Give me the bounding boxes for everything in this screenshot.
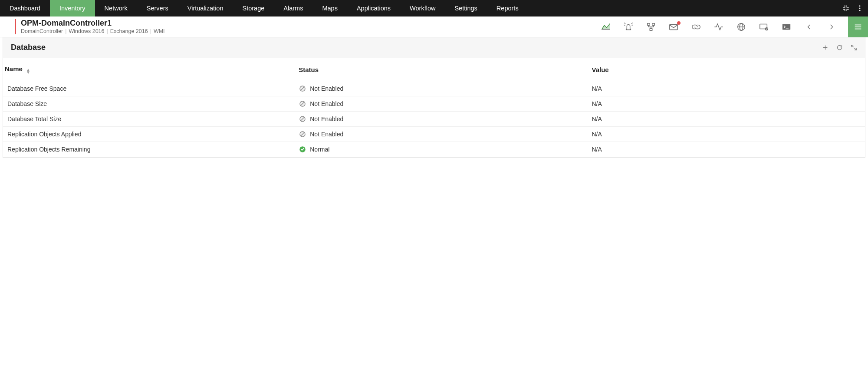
expand-icon[interactable] — [851, 44, 857, 51]
svg-point-1 — [859, 8, 861, 9]
status-label: Normal — [310, 146, 329, 153]
next-icon[interactable] — [825, 23, 838, 30]
status-label: Not Enabled — [310, 100, 343, 107]
link-icon[interactable] — [690, 22, 702, 32]
alert-icon[interactable] — [622, 22, 635, 32]
cell-name: Database Total Size — [3, 112, 296, 127]
device-sub-part: Windows 2016 — [69, 28, 105, 34]
cell-name: Database Free Space — [3, 81, 296, 96]
nav-right — [838, 0, 868, 16]
svg-rect-12 — [670, 24, 677, 30]
refresh-icon[interactable] — [836, 44, 843, 51]
chart-icon[interactable] — [600, 22, 612, 32]
separator: | — [63, 28, 69, 34]
mail-badge-dot — [677, 21, 681, 25]
table-row[interactable]: Replication Objects AppliedNot EnabledN/… — [3, 127, 865, 142]
prev-icon[interactable] — [803, 23, 815, 30]
database-table: Name ▲▼ Status Value Database Free Space… — [3, 58, 865, 158]
device-title: OPM-DomainController1 — [21, 19, 600, 28]
svg-line-8 — [632, 25, 633, 25]
separator: | — [105, 28, 110, 34]
column-header-status[interactable]: Status — [296, 58, 589, 81]
nav-tab-inventory[interactable]: Inventory — [50, 0, 95, 16]
cell-status: Not Enabled — [296, 96, 589, 112]
nav-tab-applications[interactable]: Applications — [347, 0, 400, 16]
globe-icon[interactable] — [735, 22, 747, 32]
table-body: Database Free SpaceNot EnabledN/ADatabas… — [3, 81, 865, 157]
activity-icon[interactable] — [713, 22, 725, 32]
add-icon[interactable] — [822, 44, 829, 51]
sort-icon: ▲▼ — [26, 69, 30, 74]
terminal-icon[interactable] — [780, 22, 792, 32]
table-header-row: Name ▲▼ Status Value — [3, 58, 865, 81]
topology-icon[interactable] — [645, 22, 657, 32]
cell-value: N/A — [589, 112, 865, 127]
cell-name: Replication Objects Remaining — [3, 142, 296, 157]
device-header: OPM-DomainController1 DomainController|W… — [0, 16, 868, 37]
status-label: Not Enabled — [310, 85, 343, 92]
cell-name: Replication Objects Applied — [3, 127, 296, 142]
cell-status: Not Enabled — [296, 81, 589, 96]
cell-status: Not Enabled — [296, 127, 589, 142]
nav-tab-virtualization[interactable]: Virtualization — [178, 0, 233, 16]
cell-status: Normal — [296, 142, 589, 157]
device-sub-part: DomainController — [21, 28, 63, 34]
table-row[interactable]: Database SizeNot EnabledN/A — [3, 96, 865, 112]
table-row[interactable]: Replication Objects RemainingNormalN/A — [3, 142, 865, 157]
top-nav: DashboardInventoryNetworkServersVirtuali… — [0, 0, 868, 16]
column-header-name-label: Name — [5, 65, 23, 73]
nav-tab-maps[interactable]: Maps — [312, 0, 347, 16]
collapse-arrows-icon[interactable] — [842, 4, 850, 12]
cell-value: N/A — [589, 127, 865, 142]
svg-rect-18 — [783, 24, 790, 30]
not-enabled-icon — [299, 85, 306, 92]
svg-point-2 — [859, 10, 861, 11]
cell-value: N/A — [589, 81, 865, 96]
svg-line-6 — [631, 23, 632, 23]
not-enabled-icon — [299, 100, 306, 108]
nav-tab-workflow[interactable]: Workflow — [400, 0, 445, 16]
not-enabled-icon — [299, 130, 306, 138]
nav-tab-network[interactable]: Network — [95, 0, 137, 16]
table-row[interactable]: Database Free SpaceNot EnabledN/A — [3, 81, 865, 96]
column-header-name[interactable]: Name ▲▼ — [3, 58, 296, 81]
monitor-gear-icon[interactable] — [758, 22, 770, 32]
nav-tabs: DashboardInventoryNetworkServersVirtuali… — [0, 0, 838, 16]
nav-tab-reports[interactable]: Reports — [487, 0, 528, 16]
svg-line-26 — [855, 48, 856, 50]
cell-value: N/A — [589, 142, 865, 157]
device-toolbar — [600, 16, 868, 37]
column-header-value-label: Value — [592, 66, 608, 73]
svg-point-0 — [859, 5, 861, 7]
device-info: OPM-DomainController1 DomainController|W… — [0, 16, 600, 37]
device-sub-part: WMI — [154, 28, 165, 34]
panel-title: Database — [11, 43, 46, 52]
nav-tab-dashboard[interactable]: Dashboard — [0, 0, 50, 16]
svg-line-7 — [624, 25, 625, 25]
device-subtitle: DomainController|Windows 2016|Exchange 2… — [21, 28, 600, 34]
nav-tab-storage[interactable]: Storage — [233, 0, 274, 16]
column-header-value[interactable]: Value — [589, 58, 865, 81]
kebab-menu-icon[interactable] — [856, 4, 864, 12]
status-label: Not Enabled — [310, 115, 343, 122]
cell-name: Database Size — [3, 96, 296, 112]
cell-status: Not Enabled — [296, 112, 589, 127]
separator: | — [148, 28, 154, 34]
nav-tab-settings[interactable]: Settings — [445, 0, 487, 16]
nav-tab-alarms[interactable]: Alarms — [274, 0, 312, 16]
column-header-status-label: Status — [299, 66, 319, 73]
normal-icon — [299, 145, 306, 153]
hamburger-menu-icon[interactable] — [848, 16, 868, 37]
cell-value: N/A — [589, 96, 865, 112]
not-enabled-icon — [299, 115, 306, 123]
svg-line-25 — [852, 45, 853, 47]
status-label: Not Enabled — [310, 131, 343, 138]
mail-icon[interactable] — [667, 22, 680, 32]
table-row[interactable]: Database Total SizeNot EnabledN/A — [3, 112, 865, 127]
svg-line-5 — [625, 23, 625, 23]
device-sub-part: Exchange 2016 — [110, 28, 148, 34]
panel-tools — [822, 44, 857, 51]
nav-tab-servers[interactable]: Servers — [137, 0, 178, 16]
panel-header: Database — [3, 37, 865, 58]
